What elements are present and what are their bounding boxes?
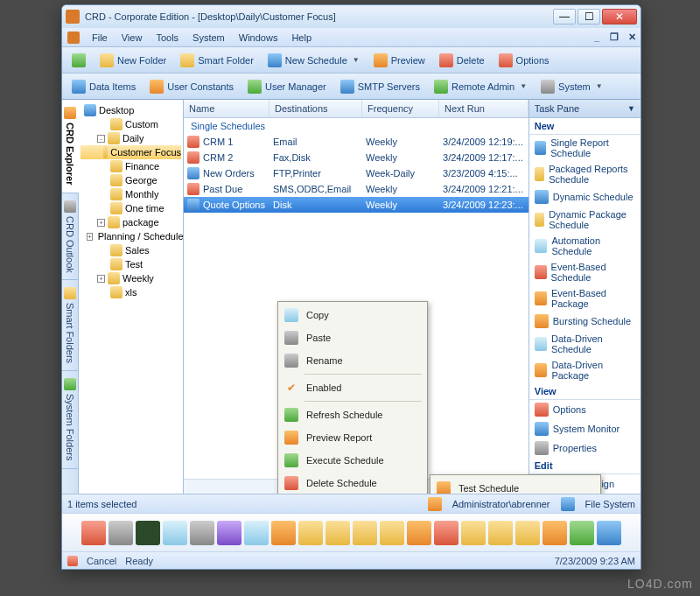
bottom-icon-10[interactable]	[326, 521, 350, 545]
smtp-servers-button[interactable]: SMTP Servers	[334, 77, 426, 96]
user-manager-button[interactable]: User Manager	[242, 77, 332, 96]
bottom-icon-3[interactable]	[136, 521, 160, 545]
taskpane-item[interactable]: Data-Driven Schedule	[529, 331, 640, 357]
tree-twist-icon[interactable]: +	[97, 275, 105, 283]
smart-folder-button[interactable]: Smart Folder	[174, 51, 260, 70]
tree-node[interactable]: Custom	[80, 117, 181, 131]
bottom-icon-5[interactable]	[190, 521, 214, 545]
bottom-icon-19[interactable]	[570, 521, 594, 545]
taskpane-item[interactable]: Data-Driven Package	[529, 357, 640, 383]
sidetab-outlook[interactable]: CRD Outlook	[62, 193, 78, 281]
bottom-icon-14[interactable]	[434, 521, 458, 545]
taskpane-item[interactable]: Options	[529, 400, 640, 419]
tree-node[interactable]: +Weekly	[80, 271, 181, 285]
ctx-rename[interactable]: Rename	[280, 349, 425, 372]
taskpane-item[interactable]: Event-Based Schedule	[529, 259, 640, 285]
menu-help[interactable]: Help	[284, 31, 318, 45]
tree-node[interactable]: -Daily	[80, 131, 181, 145]
bottom-icon-8[interactable]	[271, 521, 296, 545]
list-row[interactable]: Past DueSMS,ODBC,EmailWeekly3/24/2009 12…	[184, 181, 528, 197]
tree-node[interactable]: xls	[80, 285, 181, 299]
col-name[interactable]: Name	[184, 100, 270, 117]
tree-twist-icon[interactable]: +	[97, 219, 105, 227]
system-button[interactable]: System▼	[535, 77, 609, 96]
bottom-icon-15[interactable]	[461, 521, 486, 545]
remote-admin-button[interactable]: Remote Admin▼	[428, 77, 533, 96]
tree-node[interactable]: Test	[80, 257, 181, 271]
bottom-icon-17[interactable]	[515, 521, 540, 545]
tree-node[interactable]: Customer Focus	[80, 145, 181, 159]
sidetab-system-folders[interactable]: System Folders	[62, 371, 78, 468]
tree-twist-icon[interactable]: +	[87, 233, 93, 241]
sidetab-explorer[interactable]: CRD Explorer	[62, 100, 79, 193]
tree-node[interactable]: Sales	[80, 243, 181, 257]
bottom-icon-20[interactable]	[597, 521, 621, 545]
bottom-icon-9[interactable]	[298, 521, 323, 545]
col-frequency[interactable]: Frequency	[362, 100, 439, 117]
bottom-icon-18[interactable]	[542, 521, 567, 545]
col-next-run[interactable]: Next Run	[439, 100, 528, 117]
mdi-close-button[interactable]: ✕	[625, 32, 639, 44]
bottom-icon-1[interactable]	[81, 521, 106, 545]
ctx-delete[interactable]: Delete Schedule	[280, 472, 425, 494]
list-row[interactable]: New OrdersFTP,PrinterWeek-Daily3/23/2009…	[184, 165, 528, 181]
taskpane-item[interactable]: Packaged Reports Schedule	[529, 161, 640, 187]
taskpane-item[interactable]: Event-Based Package	[529, 285, 640, 312]
tree-node[interactable]: +package	[80, 215, 181, 229]
list-row[interactable]: CRM 1EmailWeekly3/24/2009 12:19:...	[184, 134, 528, 150]
ctx-paste[interactable]: Paste	[280, 326, 425, 349]
maximize-button[interactable]: ☐	[578, 9, 600, 25]
bottom-icon-11[interactable]	[353, 521, 377, 545]
options-button[interactable]: Options	[493, 51, 556, 70]
taskpane-dropdown-icon[interactable]: ▼	[627, 104, 635, 113]
taskpane-item[interactable]: Bursting Schedule	[529, 312, 640, 331]
tree-twist-icon[interactable]: -	[97, 135, 105, 143]
data-items-button[interactable]: Data Items	[66, 77, 142, 96]
menu-tools[interactable]: Tools	[149, 31, 186, 45]
new-folder-button[interactable]: New Folder	[94, 51, 172, 70]
taskpane-item[interactable]: Single Report Schedule	[529, 135, 640, 161]
delete-button[interactable]: Delete	[433, 51, 491, 70]
bottom-icon-13[interactable]	[407, 521, 431, 545]
cancel-icon[interactable]	[67, 556, 78, 566]
list-group-header[interactable]: Single Schedules	[184, 118, 528, 134]
sidetab-smart-folders[interactable]: Smart Folders	[62, 280, 78, 371]
menu-view[interactable]: View	[115, 31, 150, 45]
tree-node[interactable]: One time	[80, 201, 181, 215]
taskpane-item[interactable]: System Monitor	[529, 419, 640, 438]
footer-cancel[interactable]: Cancel	[87, 556, 116, 566]
new-schedule-button[interactable]: New Schedule▼	[262, 51, 366, 70]
nav-button[interactable]	[66, 51, 92, 70]
ctx-execute[interactable]: Execute Schedule	[280, 449, 425, 472]
ctx-enabled[interactable]: ✔Enabled	[280, 376, 425, 399]
ctx-refresh[interactable]: Refresh Schedule	[280, 403, 425, 426]
list-row[interactable]: CRM 2Fax,DiskWeekly3/24/2009 12:17:...	[184, 150, 528, 165]
preview-button[interactable]: Preview	[368, 51, 431, 70]
tree-node[interactable]: +Planning / Schedule	[80, 229, 181, 243]
close-button[interactable]: ✕	[602, 9, 637, 25]
tree-node[interactable]: Finance	[80, 159, 181, 173]
bottom-icon-4[interactable]	[163, 521, 187, 545]
list-row[interactable]: Quote OptionsDiskWeekly3/24/2009 12:23:.…	[184, 197, 528, 213]
taskpane-item[interactable]: Properties	[529, 438, 640, 458]
ctx-test-schedule[interactable]: Test Schedule	[432, 477, 598, 494]
menu-file[interactable]: File	[85, 31, 115, 45]
mdi-restore-button[interactable]: ❐	[607, 32, 621, 44]
bottom-icon-7[interactable]	[244, 521, 269, 545]
bottom-icon-16[interactable]	[488, 521, 513, 545]
minimize-button[interactable]: —	[553, 9, 576, 25]
ctx-preview[interactable]: Preview Report	[280, 426, 425, 449]
mdi-minimize-button[interactable]: _	[590, 32, 604, 44]
menu-system[interactable]: System	[186, 31, 232, 45]
taskpane-item[interactable]: Dynamic Schedule	[529, 187, 640, 207]
bottom-icon-12[interactable]	[380, 521, 404, 545]
tree-node[interactable]: George	[80, 173, 181, 187]
tree-node[interactable]: Monthly	[80, 187, 181, 201]
user-constants-button[interactable]: User Constants	[144, 77, 240, 96]
menu-windows[interactable]: Windows	[232, 31, 285, 45]
tree-root[interactable]: Desktop	[80, 103, 181, 117]
bottom-icon-2[interactable]	[108, 521, 133, 545]
taskpane-item[interactable]: Dynamic Package Schedule	[529, 207, 640, 233]
folder-tree[interactable]: Desktop Custom-DailyCustomer FocusFinanc…	[79, 100, 184, 494]
ctx-copy[interactable]: Copy	[280, 304, 425, 326]
